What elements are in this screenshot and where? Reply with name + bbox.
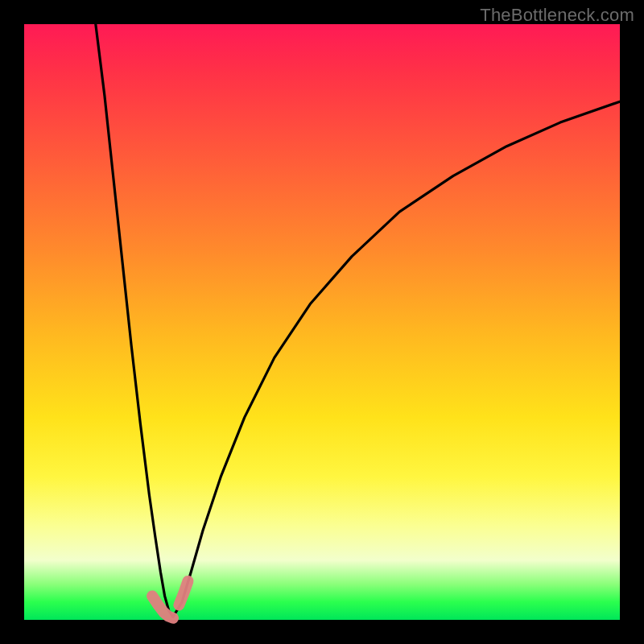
series-right-branch bbox=[173, 101, 620, 617]
marker-thick-segment-right bbox=[179, 581, 188, 605]
marker-group bbox=[152, 581, 188, 618]
marker-thick-segment-left bbox=[152, 596, 173, 617]
series-left-branch bbox=[96, 24, 173, 617]
chart-canvas: TheBottleneck.com bbox=[0, 0, 644, 644]
series-group bbox=[96, 24, 620, 617]
curves-svg bbox=[24, 24, 620, 620]
watermark-text: TheBottleneck.com bbox=[480, 5, 634, 26]
plot-area bbox=[24, 24, 620, 620]
